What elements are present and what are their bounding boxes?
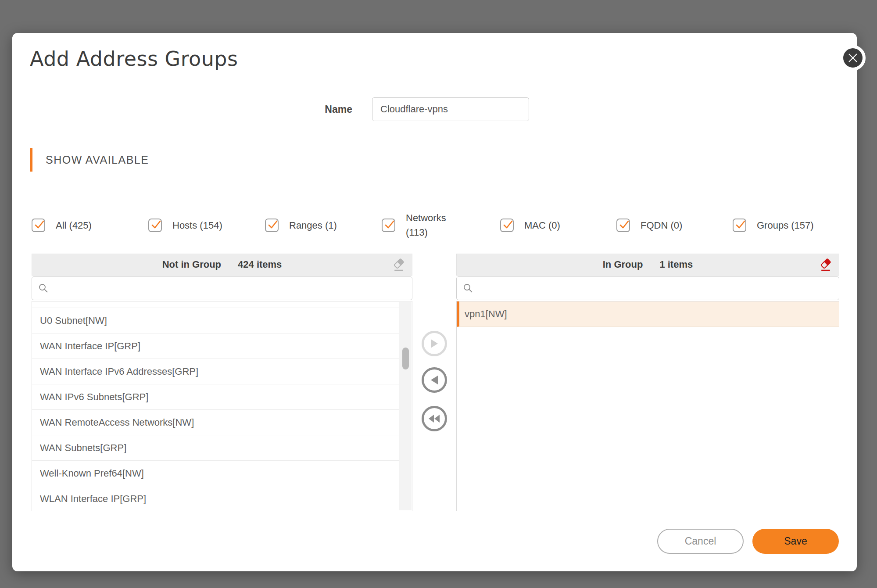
not-in-group-panel: Not in Group 424 items [32, 254, 412, 511]
close-icon [847, 52, 859, 64]
eraser-icon [393, 258, 405, 272]
checkbox-checked-icon[interactable] [382, 219, 395, 232]
name-label: Name [12, 104, 352, 115]
list-item[interactable]: WAN IPv6 Subnets[GRP] [32, 384, 399, 410]
checkbox-checked-icon[interactable] [616, 219, 630, 232]
list-item-label: WAN Interface IPv6 Addresses[GRP] [40, 366, 198, 377]
list-item[interactable]: WAN Subnets[GRP] [32, 435, 399, 461]
list-item-label: WAN Interface IP[GRP] [40, 341, 140, 352]
filter-label: MAC (0) [524, 218, 560, 233]
filter-label: Networks (113) [406, 211, 458, 240]
list-item[interactable]: WAN RemoteAccess Networks[NW] [32, 410, 399, 435]
search-input[interactable] [54, 283, 406, 294]
filter-label: Hosts (154) [172, 218, 222, 233]
list-item[interactable]: vpn1[NW] [457, 301, 839, 327]
filter-checkbox-item[interactable]: MAC (0) [500, 205, 560, 245]
list-item-label: vpn1[NW] [465, 308, 507, 320]
partial-row [32, 301, 399, 308]
in-group-title: In Group [603, 259, 643, 270]
show-available-section: SHOW AVAILABLE [30, 148, 149, 172]
show-available-label: SHOW AVAILABLE [46, 154, 149, 166]
filter-checkbox-item[interactable]: Networks (113) [382, 205, 458, 245]
name-row: Name [12, 97, 857, 122]
not-in-group-header: Not in Group 424 items [32, 254, 412, 276]
in-group-count: 1 items [659, 259, 693, 270]
move-left-button[interactable] [422, 367, 447, 393]
checkbox-checked-icon[interactable] [32, 219, 45, 232]
filter-checkbox-item[interactable]: Hosts (154) [148, 205, 222, 245]
list-item[interactable]: Well-Known Pref64[NW] [32, 461, 399, 486]
checkbox-checked-icon[interactable] [733, 219, 746, 232]
scrollbar-track[interactable] [399, 302, 412, 510]
arrow-left-icon [430, 375, 439, 385]
list-item[interactable]: WAN Interface IP[GRP] [32, 333, 399, 359]
filter-label: Ranges (1) [289, 218, 337, 233]
accent-bar [30, 148, 32, 172]
filter-checkbox-item[interactable]: Groups (157) [733, 205, 814, 245]
list-item-label: WAN RemoteAccess Networks[NW] [40, 417, 194, 428]
list-item[interactable]: U0 Subnet[NW] [32, 308, 399, 333]
arrow-right-icon [430, 338, 439, 349]
list-item[interactable]: WAN Interface IPv6 Addresses[GRP] [32, 359, 399, 384]
list-item-label: WAN Subnets[GRP] [40, 442, 126, 454]
list-item-label: WLAN Interface IP[GRP] [40, 493, 146, 505]
clear-right-selection-button[interactable] [820, 258, 832, 272]
checkbox-checked-icon[interactable] [148, 219, 162, 232]
page-title: Add Address Groups [30, 47, 238, 71]
checkbox-checked-icon[interactable] [500, 219, 514, 232]
not-in-group-list: U0 Subnet[NW] WAN Interface IP[GRP] WAN … [32, 301, 412, 511]
not-in-group-title: Not in Group [162, 259, 221, 270]
double-arrow-left-icon [428, 414, 440, 423]
list-item[interactable]: WLAN Interface IP[GRP] [32, 486, 399, 511]
close-button[interactable] [840, 45, 866, 71]
scrollbar-thumb[interactable] [402, 348, 409, 369]
checkbox-checked-icon[interactable] [265, 219, 279, 232]
filter-checkbox-item[interactable]: Ranges (1) [265, 205, 337, 245]
filter-label: All (425) [56, 218, 92, 233]
in-group-header: In Group 1 items [456, 254, 839, 276]
eraser-icon [820, 258, 832, 272]
in-group-list: vpn1[NW] [456, 301, 839, 511]
list-item-label: U0 Subnet[NW] [40, 315, 107, 326]
filter-label: FQDN (0) [641, 218, 682, 233]
list-item-label: WAN IPv6 Subnets[GRP] [40, 391, 148, 403]
move-right-button[interactable] [422, 331, 447, 356]
in-group-search [456, 276, 839, 300]
name-input[interactable] [372, 97, 529, 121]
type-filters: All (425) Hosts (154) Ranges (1) Network… [12, 205, 857, 245]
in-group-panel: In Group 1 items [456, 254, 839, 511]
not-in-group-count: 424 items [238, 259, 282, 270]
transfer-controls [422, 254, 448, 431]
search-icon [463, 283, 473, 294]
search-icon [38, 283, 49, 294]
clear-left-selection-button[interactable] [393, 258, 405, 272]
list-item-label: Well-Known Pref64[NW] [40, 468, 144, 479]
cancel-button[interactable]: Cancel [657, 529, 744, 554]
search-input[interactable] [479, 283, 833, 294]
not-in-group-search [32, 276, 412, 300]
filter-checkbox-item[interactable]: All (425) [32, 205, 92, 245]
save-button[interactable]: Save [752, 529, 839, 554]
filter-label: Groups (157) [757, 218, 814, 233]
move-all-left-button[interactable] [422, 406, 447, 431]
add-address-groups-dialog: Add Address Groups Name SHOW AVAILABLE A… [12, 33, 857, 571]
filter-checkbox-item[interactable]: FQDN (0) [616, 205, 682, 245]
